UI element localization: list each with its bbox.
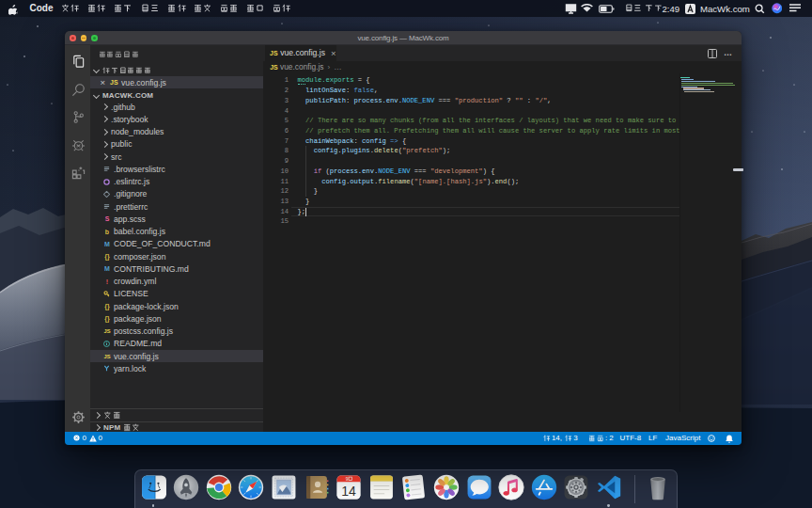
svg-text:14: 14 xyxy=(341,483,356,498)
svg-text:9: 9 xyxy=(346,476,349,481)
